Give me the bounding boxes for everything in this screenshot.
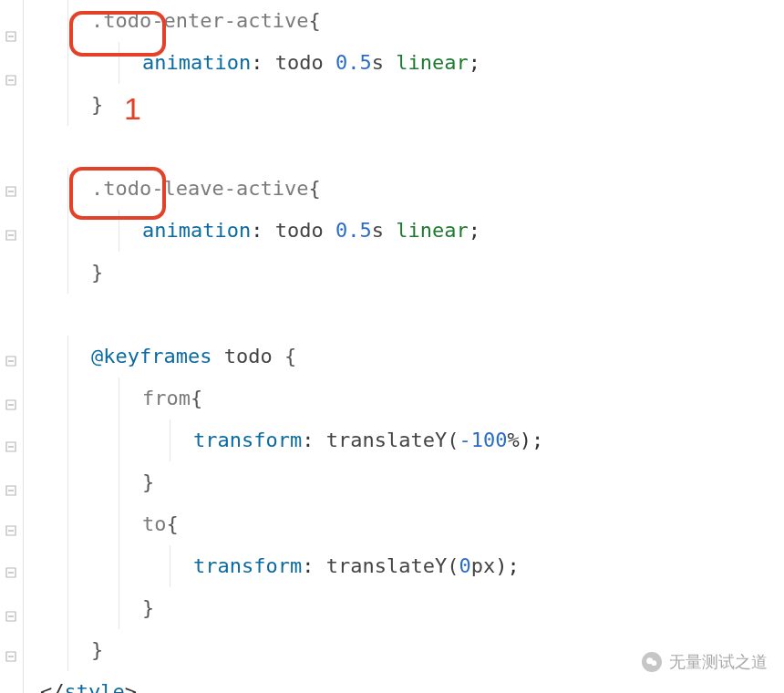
svg-point-25 — [651, 660, 656, 666]
code-line[interactable] — [26, 294, 784, 336]
code-line[interactable] — [26, 126, 784, 168]
code-line[interactable]: animation: todo 0.5s linear; — [26, 210, 784, 252]
code-line[interactable]: animation: todo 0.5s linear; — [26, 42, 784, 84]
fold-toggle-icon[interactable] — [4, 565, 18, 580]
watermark: 无量测试之道 — [642, 651, 768, 673]
fold-toggle-icon[interactable] — [4, 184, 18, 199]
code-editor: .todo-enter-active{animation: todo 0.5s … — [0, 0, 784, 693]
code-line[interactable]: } — [26, 252, 784, 294]
code-line[interactable]: </style> — [26, 671, 784, 693]
fold-toggle-icon[interactable] — [4, 649, 18, 664]
code-line[interactable]: from{ — [26, 378, 784, 419]
code-line[interactable]: transform: translateY(0px); — [26, 545, 784, 587]
annotation-number: 1 — [124, 91, 141, 127]
fold-toggle-icon[interactable] — [4, 398, 18, 412]
code-line[interactable]: .todo-leave-active{ — [26, 168, 784, 210]
code-line[interactable]: } — [26, 461, 784, 503]
fold-toggle-icon[interactable] — [4, 73, 18, 88]
fold-toggle-icon[interactable] — [4, 29, 18, 44]
code-line[interactable]: } — [26, 587, 784, 629]
fold-toggle-icon[interactable] — [4, 354, 18, 368]
code-line[interactable]: transform: translateY(-100%); — [26, 419, 784, 461]
fold-toggle-icon[interactable] — [4, 440, 18, 454]
fold-toggle-icon[interactable] — [4, 228, 18, 243]
code-line[interactable]: @keyframes todo { — [26, 336, 784, 378]
code-line[interactable]: to{ — [26, 503, 784, 545]
fold-toggle-icon[interactable] — [4, 523, 18, 538]
code-line[interactable]: .todo-enter-active{ — [26, 0, 784, 42]
fold-toggle-icon[interactable] — [4, 609, 18, 624]
fold-gutter — [0, 0, 24, 693]
watermark-text: 无量测试之道 — [669, 651, 768, 673]
fold-toggle-icon[interactable] — [4, 483, 18, 498]
wechat-icon — [642, 652, 662, 672]
